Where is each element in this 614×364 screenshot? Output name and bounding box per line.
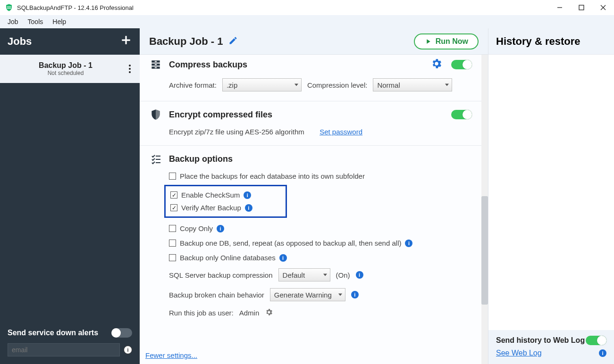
opt-onedb-row[interactable]: Backup one DB, send, repeat (as opposed … [169, 239, 472, 247]
title-bar: SQLBackupAndFTP - 12.4.16 Professional [0, 0, 614, 15]
checkbox-icon[interactable] [170, 204, 177, 211]
options-icon [149, 152, 162, 165]
scrollbar-handle[interactable] [481, 196, 488, 305]
info-icon[interactable]: i [244, 191, 251, 199]
window-title: SQLBackupAndFTP - 12.4.16 Professional [17, 4, 134, 11]
main-panel: Backup Job - 1 Run Now Compress [140, 28, 488, 364]
job-item-name: Backup Job - 1 [6, 61, 126, 70]
left-panel: Jobs Backup Job - 1 Not scheduled Send s… [0, 28, 140, 364]
gear-icon[interactable] [430, 58, 443, 72]
job-item-status: Not scheduled [6, 70, 126, 76]
opt-verify-label: Verify After Backup [181, 204, 241, 212]
chain-behavior-label: Backup broken chain behavior [169, 291, 264, 299]
compress-toggle[interactable] [451, 60, 472, 69]
compress-icon [149, 58, 162, 71]
compression-level-select[interactable]: Normal [373, 78, 452, 91]
menu-help[interactable]: Help [49, 17, 70, 26]
run-now-label: Run Now [436, 37, 468, 46]
info-icon[interactable]: i [279, 254, 287, 262]
play-icon [424, 38, 432, 45]
history-footer: Send history to Web Log See Web Log i [488, 330, 614, 364]
server-compression-select[interactable]: Default [278, 268, 330, 281]
run-now-button[interactable]: Run Now [414, 33, 479, 50]
opt-verify-row[interactable]: Verify After Backup i [170, 204, 281, 212]
svg-rect-1 [579, 5, 584, 10]
run-as-label: Run this job as user: [169, 309, 234, 317]
main-header: Backup Job - 1 Run Now [140, 28, 488, 55]
menu-bar: Job Tools Help [0, 15, 614, 28]
menu-tools[interactable]: Tools [24, 17, 47, 26]
server-compression-label: SQL Server backup compression [169, 271, 273, 279]
encrypt-toggle[interactable] [451, 110, 472, 119]
fewer-settings-link[interactable]: Fewer settings... [145, 351, 197, 359]
alerts-label: Send service down alerts [8, 328, 98, 338]
opt-online-label: Backup only Online databases [180, 254, 276, 262]
window-controls [549, 0, 614, 15]
opt-subfolder-label: Place the backups for each database into… [180, 172, 365, 180]
checkbox-icon[interactable] [170, 191, 177, 199]
add-job-button[interactable] [120, 34, 132, 49]
shield-icon [149, 108, 162, 121]
backup-options-title: Backup options [169, 154, 233, 164]
send-history-label: Send history to Web Log [496, 336, 585, 345]
gear-icon[interactable] [265, 308, 273, 318]
chain-behavior-select[interactable]: Generate Warning [270, 288, 345, 301]
info-icon[interactable]: i [599, 349, 606, 357]
jobs-header: Jobs [0, 28, 140, 55]
job-item-menu-icon[interactable] [126, 65, 134, 73]
see-web-log-link[interactable]: See Web Log [496, 349, 542, 357]
highlighted-options: Enable CheckSum i Verify After Backup i [164, 185, 287, 218]
opt-checksum-row[interactable]: Enable CheckSum i [170, 191, 281, 199]
edit-job-name-icon[interactable] [228, 36, 238, 47]
app-logo-icon [5, 3, 13, 12]
server-compression-hint: (On) [336, 271, 350, 279]
opt-copyonly-row[interactable]: Copy Only i [169, 224, 472, 232]
history-body [488, 55, 614, 330]
close-button[interactable] [592, 0, 614, 15]
history-header: History & restore [488, 28, 614, 55]
job-list-item[interactable]: Backup Job - 1 Not scheduled [0, 55, 140, 83]
compression-level-label: Compression level: [307, 81, 368, 89]
right-panel: History & restore Send history to Web Lo… [488, 28, 614, 364]
alerts-section: Send service down alerts i [0, 323, 140, 364]
info-icon[interactable]: i [124, 346, 132, 354]
info-icon[interactable]: i [351, 291, 359, 298]
encrypt-section: Encrypt compressed files Encrypt zip/7z … [140, 101, 481, 146]
run-as-value: Admin [239, 309, 260, 317]
send-history-toggle[interactable] [586, 336, 606, 345]
opt-onedb-label: Backup one DB, send, repeat (as opposed … [180, 239, 401, 247]
maximize-button[interactable] [571, 0, 592, 15]
checkbox-icon[interactable] [169, 225, 176, 232]
archive-format-label: Archive format: [169, 81, 217, 89]
info-icon[interactable]: i [405, 240, 412, 247]
backup-options-section: Backup options Place the backups for eac… [140, 146, 481, 327]
checkbox-icon[interactable] [169, 254, 176, 261]
opt-copyonly-label: Copy Only [180, 224, 213, 232]
alerts-toggle[interactable] [111, 328, 132, 338]
set-password-link[interactable]: Set password [320, 128, 362, 136]
info-icon[interactable]: i [356, 271, 363, 279]
compress-title: Compress backups [169, 60, 247, 70]
archive-format-select[interactable]: .zip [222, 78, 302, 91]
info-icon[interactable]: i [217, 225, 224, 232]
checkbox-icon[interactable] [169, 240, 176, 247]
encrypt-desc: Encrypt zip/7z file using AES-256 algori… [169, 128, 304, 136]
encrypt-title: Encrypt compressed files [169, 110, 272, 120]
minimize-button[interactable] [549, 0, 571, 15]
opt-online-row[interactable]: Backup only Online databases i [169, 254, 472, 262]
job-title: Backup Job - 1 [149, 35, 223, 48]
compress-section: Compress backups Archive format: .zip Co… [140, 55, 481, 101]
info-icon[interactable]: i [245, 204, 252, 212]
jobs-header-label: Jobs [8, 35, 32, 48]
menu-job[interactable]: Job [4, 17, 22, 26]
alerts-email-input[interactable] [8, 343, 120, 356]
opt-subfolder-row[interactable]: Place the backups for each database into… [169, 172, 472, 180]
opt-checksum-label: Enable CheckSum [181, 191, 240, 199]
checkbox-icon[interactable] [169, 173, 176, 180]
